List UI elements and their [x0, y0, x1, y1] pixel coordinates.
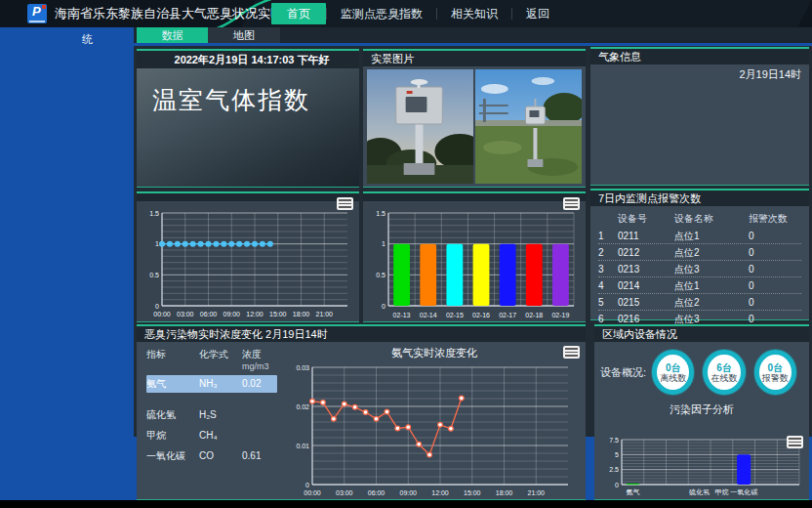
svg-text:18:00: 18:00 [496, 489, 513, 496]
nav-item-odor-index[interactable]: 监测点恶臭指数 [327, 3, 436, 24]
svg-text:09:00: 09:00 [399, 489, 417, 496]
weather-timestamp: 2月19日14时 [739, 67, 801, 82]
svg-text:02-15: 02-15 [446, 312, 464, 318]
table-row: 1 0211 点位1 0 [598, 228, 801, 244]
odor-row-co[interactable]: 一氧化碳 CO 0.61 [146, 447, 277, 465]
online-count-badge: 6台 在线数 [703, 350, 745, 395]
weather-panel-title: 气象信息 [590, 49, 809, 64]
svg-text:0: 0 [305, 482, 309, 488]
pollutant-name: 氨气 [146, 375, 199, 393]
offline-count-badge: 0台 离线数 [652, 350, 694, 395]
dashboard-root: P 海南省乐东黎族自治县大气恶臭状况实时发布系 首页 监测点恶臭指数 相关知识 … [0, 0, 812, 508]
pollution-analysis-title: 污染因子分析 [594, 402, 809, 417]
offline-label: 离线数 [660, 373, 686, 383]
row-index: 4 [598, 277, 618, 294]
svg-text:02-13: 02-13 [393, 312, 411, 318]
sidebar-title-overflow: 统 [82, 32, 93, 47]
logo-subtext [29, 21, 45, 22]
app-logo: P [27, 4, 47, 23]
photos-panel-title: 实景图片 [363, 51, 586, 66]
odor-table: 指标 化学式 浓度mg/m3 氨气 NH₃ 0.02 硫化氢 H₂S 甲烷 [137, 342, 283, 500]
odor-row-ch4[interactable]: 甲烷 CH₄ [146, 427, 277, 444]
pollution-factor-chart[interactable]: 02.557.5氨气硫化氢甲烷一氧化碳 [598, 436, 807, 496]
tab-map[interactable]: 地图 [208, 27, 280, 43]
logo-glyph: P [32, 4, 41, 19]
svg-text:1.5: 1.5 [376, 210, 386, 217]
table-row: 5 0215 点位2 0 [598, 294, 801, 311]
svg-text:甲烷: 甲烷 [714, 488, 728, 496]
odor-panel-title: 恶臭污染物实时浓度变化 2月19日14时 [137, 326, 586, 342]
alarm-table: 设备号 设备名称 报警次数 1 0211 点位1 0 2 0212 点位2 0 … [590, 206, 809, 327]
svg-text:0: 0 [155, 303, 159, 310]
spacer [146, 396, 277, 403]
svg-text:0: 0 [615, 482, 619, 488]
svg-text:7.5: 7.5 [609, 437, 619, 444]
col-formula: 化学式 [199, 348, 242, 373]
device-id: 0211 [618, 228, 674, 244]
tab-bar: 数据 地图 [134, 27, 812, 43]
chart-panel-header [137, 193, 359, 201]
greenhouse-index-title: 温室气体指数 [137, 68, 359, 116]
region-devices-panel: 区域内设备情况 设备概况: 0台 离线数 6台 在线数 0台 报警数 污染因子分… [594, 324, 809, 500]
alarm-count: 0 [749, 228, 801, 244]
svg-text:00:00: 00:00 [153, 311, 171, 318]
dataview-icon[interactable] [337, 197, 353, 210]
device-name: 点位3 [674, 261, 749, 277]
svg-text:0.01: 0.01 [296, 443, 309, 449]
col-device-name: 设备名称 [674, 210, 749, 228]
greenhouse-panel-body: 温室气体指数 [137, 68, 359, 187]
device-name: 点位1 [674, 277, 749, 294]
pollutant-formula: NH₃ [199, 375, 242, 393]
odor-row-ammonia[interactable]: 氨气 NH₃ 0.02 [146, 375, 277, 393]
pollutant-name: 甲烷 [146, 427, 199, 444]
alarm-count-badge: 0台 报警数 [754, 350, 796, 395]
odor-table-header: 指标 化学式 浓度mg/m3 [146, 348, 277, 373]
alarm-label: 报警数 [762, 373, 789, 383]
svg-text:02-14: 02-14 [420, 312, 437, 318]
table-row: 4 0214 点位1 0 [598, 277, 801, 294]
col-device-id: 设备号 [618, 210, 674, 228]
row-index: 5 [598, 294, 618, 311]
ammonia-trend-chart[interactable]: 00.010.020.0300:0003:0006:0009:0012:0015… [285, 361, 582, 498]
alarm-count-panel: 7日内监测点报警次数 设备号 设备名称 报警次数 1 0211 点位1 0 2 … [590, 189, 809, 320]
pollutant-value: 0.02 [242, 375, 277, 393]
tab-data[interactable]: 数据 [137, 27, 208, 43]
svg-text:0.5: 0.5 [376, 272, 386, 278]
pollutant-formula: CH₄ [199, 427, 242, 444]
svg-text:氨气: 氨气 [626, 488, 639, 495]
dataview-icon[interactable] [787, 436, 803, 448]
nav-item-back[interactable]: 返回 [512, 3, 563, 24]
alarm-count: 0 [749, 261, 801, 277]
pollutant-formula: CO [199, 447, 242, 465]
svg-text:0: 0 [382, 303, 386, 310]
dataview-icon[interactable] [563, 346, 580, 359]
svg-text:5: 5 [615, 451, 619, 458]
online-count: 6台 [716, 362, 732, 373]
device-overview-label: 设备概况: [600, 365, 646, 380]
col-indicator: 指标 [146, 348, 199, 373]
header-divider [0, 43, 812, 46]
svg-text:硫化氢: 硫化氢 [688, 488, 710, 496]
alarm-count: 0台 [768, 362, 784, 373]
device-overview-row: 设备概况: 0台 离线数 6台 在线数 0台 报警数 [594, 342, 809, 395]
alarm-count: 0 [749, 294, 801, 311]
odor-row-h2s[interactable]: 硫化氢 H₂S [146, 406, 277, 424]
greenhouse-index-chart[interactable]: 00.511.500:0003:0006:0009:0012:0015:0018… [139, 203, 357, 319]
device-panel-title: 区域内设备情况 [594, 326, 809, 342]
main-nav: 首页 监测点恶臭指数 相关知识 返回 [271, 0, 563, 27]
device-name: 点位1 [674, 228, 749, 244]
daily-index-bar-chart[interactable]: 00.511.502-1302-1402-1502-1602-1702-1802… [365, 203, 584, 319]
nav-item-home[interactable]: 首页 [271, 3, 326, 24]
dataview-icon[interactable] [563, 197, 580, 210]
svg-text:18:00: 18:00 [293, 311, 310, 318]
row-index: 2 [598, 244, 618, 261]
alarm-table-header: 设备号 设备名称 报警次数 [598, 210, 801, 228]
svg-text:02-16: 02-16 [472, 312, 490, 318]
device-id: 0213 [618, 261, 674, 277]
nav-item-knowledge[interactable]: 相关知识 [437, 3, 511, 24]
weather-panel-body: 2月19日14时 [590, 64, 809, 185]
bottom-border [0, 500, 812, 508]
device-name: 点位2 [674, 244, 749, 261]
row-index: 3 [598, 261, 618, 277]
svg-text:0.03: 0.03 [296, 364, 309, 371]
